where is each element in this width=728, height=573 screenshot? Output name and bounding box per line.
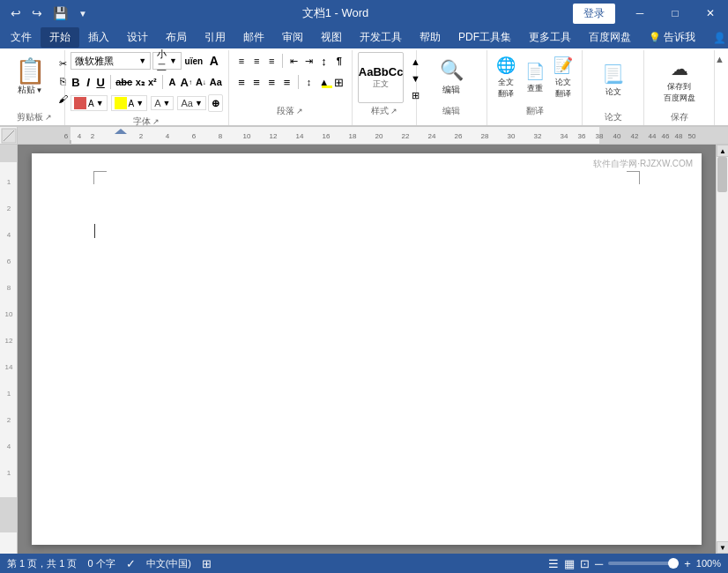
italic-button[interactable]: I: [83, 73, 93, 91]
web-layout-icon[interactable]: ⊡: [580, 557, 590, 570]
clipboard-expand[interactable]: ↗: [45, 113, 52, 122]
align-left-button[interactable]: ≡: [234, 73, 249, 91]
undo-icon[interactable]: ↩: [7, 4, 25, 22]
svg-text:12: 12: [270, 132, 278, 140]
scrollbar-thumb[interactable]: [717, 157, 727, 192]
minimize-button[interactable]: ─: [622, 0, 657, 26]
decrease-indent-button[interactable]: ⇤: [286, 52, 301, 70]
char-btn[interactable]: ⊕: [208, 94, 223, 112]
ruler-corner: [0, 127, 18, 144]
para-row-1: ≡ ≡ ≡ ⇤ ⇥ ↕ ¶: [234, 52, 346, 70]
save-icon[interactable]: 💾: [49, 4, 71, 22]
paragraph-controls: ≡ ≡ ≡ ⇤ ⇥ ↕ ¶ ≡ ≡ ≡ ≡ ↕ ▲: [234, 52, 346, 103]
editing-button[interactable]: 🔍 编辑: [428, 52, 474, 103]
bullets-button[interactable]: ≡: [234, 52, 249, 70]
layout-icon[interactable]: ⊞: [202, 557, 212, 570]
menu-more-tools[interactable]: 更多工具: [520, 27, 580, 48]
clear-format-button[interactable]: A: [167, 73, 177, 91]
font-caps-picker[interactable]: Aa ▼: [177, 96, 205, 110]
editable-content-area[interactable]: [94, 206, 639, 492]
language[interactable]: 中文(中国): [146, 557, 191, 570]
full-translate-button[interactable]: 🌐 全文翻译: [493, 52, 519, 103]
font-size-down-button[interactable]: A↓: [195, 73, 207, 91]
underline-button[interactable]: U: [95, 73, 106, 91]
zoom-level[interactable]: 100%: [696, 558, 721, 569]
numbering-button[interactable]: ≡: [249, 52, 264, 70]
redo-icon[interactable]: ↪: [28, 4, 46, 22]
login-button[interactable]: 登录: [573, 4, 615, 24]
multilevel-button[interactable]: ≡: [264, 52, 279, 70]
read-mode-icon[interactable]: ☰: [548, 557, 559, 570]
paper-translate-button[interactable]: 📝 论文翻译: [550, 52, 576, 103]
ribbon-expand-button[interactable]: ▲: [715, 54, 724, 64]
page-corner-top-left: [93, 171, 107, 184]
scrollbar-down-button[interactable]: ▼: [717, 541, 728, 554]
check-translate-button[interactable]: 📄 查重: [521, 52, 547, 103]
svg-text:1: 1: [7, 390, 11, 398]
zoom-out-button[interactable]: ─: [595, 557, 603, 570]
borders-button[interactable]: ⊞: [332, 73, 346, 91]
menu-pdf[interactable]: PDF工具集: [449, 27, 520, 48]
spell-check-icon[interactable]: ✓: [126, 557, 136, 570]
font-size-selector[interactable]: 小二 ▼: [152, 52, 182, 70]
line-spacing-button[interactable]: ↕: [301, 73, 316, 91]
menu-references[interactable]: 引用: [196, 27, 234, 48]
menu-mail[interactable]: 邮件: [234, 27, 273, 48]
large-a-button[interactable]: A: [205, 52, 223, 70]
menu-dev[interactable]: 开发工具: [351, 27, 411, 48]
scrollbar-up-button[interactable]: ▲: [717, 145, 728, 157]
maximize-button[interactable]: □: [657, 0, 693, 26]
menu-layout[interactable]: 布局: [157, 27, 196, 48]
save-cloud-button[interactable]: ☁ 保存到百度网盘: [653, 56, 706, 107]
svg-text:22: 22: [402, 132, 410, 140]
zoom-slider[interactable]: [608, 562, 679, 565]
font-size-up-button[interactable]: A↑: [179, 73, 192, 91]
font-expand[interactable]: ↗: [152, 117, 160, 126]
menu-home[interactable]: 开始: [41, 27, 79, 48]
menu-baidu-disk[interactable]: 百度网盘: [580, 27, 640, 48]
superscript-button[interactable]: x²: [147, 73, 158, 91]
document-area[interactable]: 软件自学网·RJZXW.COM: [18, 145, 716, 554]
menu-file[interactable]: 文件: [2, 27, 41, 48]
menu-help[interactable]: 帮助: [411, 27, 449, 48]
text-shading-picker[interactable]: A ▼: [151, 96, 174, 110]
styles-expand[interactable]: ↗: [390, 107, 397, 115]
font-color-picker[interactable]: A ▼: [71, 95, 108, 111]
paste-button[interactable]: 📋 粘贴▼: [9, 52, 51, 103]
shading-button[interactable]: ▲: [316, 73, 331, 91]
divider-2: [162, 75, 163, 89]
bold-button[interactable]: B: [71, 73, 81, 91]
align-right-button[interactable]: ≡: [264, 73, 279, 91]
menu-insert[interactable]: 插入: [79, 27, 118, 48]
paragraph-expand[interactable]: ↗: [296, 107, 303, 115]
document-page[interactable]: 软件自学网·RJZXW.COM: [32, 153, 702, 545]
close-button[interactable]: ✕: [693, 0, 728, 26]
zoom-in-button[interactable]: +: [684, 557, 691, 570]
font-row-3: A ▼ A ▼ A ▼ Aa ▼: [71, 94, 223, 112]
zoom-thumb[interactable]: [668, 558, 679, 569]
font-row-1: 微软雅黑 ▼ 小二 ▼ uïen A: [71, 52, 223, 70]
scrollbar-track[interactable]: [717, 157, 728, 541]
menu-share[interactable]: 👤共享: [704, 27, 728, 48]
font-name-selector[interactable]: 微软雅黑 ▼: [71, 52, 151, 70]
menu-design[interactable]: 设计: [118, 27, 157, 48]
menu-view[interactable]: 视图: [312, 27, 351, 48]
ribbon-group-save: ☁ 保存到百度网盘 保存: [644, 50, 715, 125]
show-marks-button[interactable]: ¶: [332, 52, 346, 70]
vertical-scrollbar[interactable]: ▲ ▼: [716, 145, 728, 554]
subscript-button[interactable]: x₂: [135, 73, 145, 91]
strikethrough-button[interactable]: abc: [115, 73, 133, 91]
style-preview-button[interactable]: AaBbCc 正文: [358, 52, 405, 103]
aa-button[interactable]: Aa: [209, 73, 223, 91]
print-layout-icon[interactable]: ▦: [564, 557, 575, 570]
menu-review[interactable]: 审阅: [273, 27, 312, 48]
highlight-color-picker[interactable]: A ▼: [111, 95, 148, 111]
align-center-button[interactable]: ≡: [249, 73, 264, 91]
menu-tell-me[interactable]: 💡告诉我: [640, 27, 704, 48]
paper-button[interactable]: 📃 论文: [591, 56, 636, 107]
quick-access-more[interactable]: ▼: [75, 7, 91, 20]
sort-button[interactable]: ↕: [316, 52, 331, 70]
increase-indent-button[interactable]: ⇥: [301, 52, 316, 70]
uien-button[interactable]: uïen: [183, 52, 204, 70]
justify-button[interactable]: ≡: [279, 73, 293, 91]
